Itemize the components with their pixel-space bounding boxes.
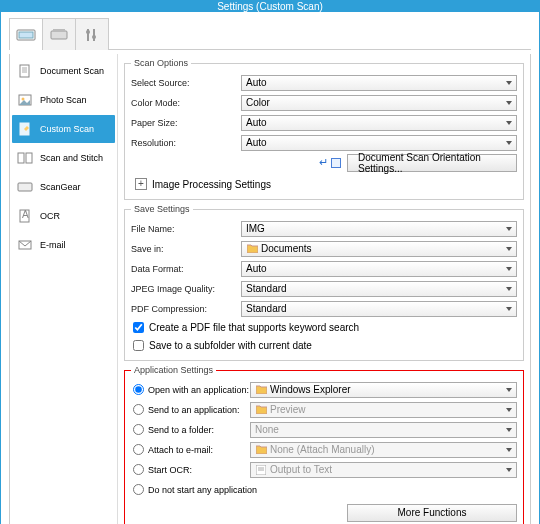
sidebar-item-photo-scan[interactable]: Photo Scan <box>12 86 115 114</box>
settings-panel: Scan Options Select Source:Auto Color Mo… <box>118 54 530 524</box>
dropdown-paper-size[interactable]: Auto <box>241 115 517 131</box>
expander-label: Image Processing Settings <box>152 179 271 190</box>
stitch-icon <box>16 151 34 165</box>
sidebar-item-document-scan[interactable]: Document Scan <box>12 57 115 85</box>
sidebar-item-label: ScanGear <box>40 182 81 192</box>
dropdown-jpeg-quality[interactable]: Standard <box>241 281 517 297</box>
checkbox-label: Save to a subfolder with current date <box>149 340 312 351</box>
scangear-icon <box>16 180 34 194</box>
radio-label: Send to a folder: <box>148 425 250 435</box>
label-pdf-compression: PDF Compression: <box>131 304 241 314</box>
dropdown-start-ocr[interactable]: Output to Text <box>250 462 517 478</box>
sidebar-item-label: Photo Scan <box>40 95 87 105</box>
folder-icon <box>255 444 267 456</box>
sidebar-item-label: Scan and Stitch <box>40 153 103 163</box>
sidebar-item-label: Document Scan <box>40 66 104 76</box>
dropdown-send-application[interactable]: Preview <box>250 402 517 418</box>
tab-flatbed[interactable] <box>42 18 76 50</box>
svg-rect-3 <box>53 29 65 32</box>
svg-rect-1 <box>19 32 33 38</box>
radio-send-application[interactable] <box>133 404 144 415</box>
sidebar-item-scan-stitch[interactable]: Scan and Stitch <box>12 144 115 172</box>
dropdown-send-folder[interactable]: None <box>250 422 517 438</box>
radio-label: Attach to e-mail: <box>148 445 250 455</box>
radio-attach-email[interactable] <box>133 444 144 455</box>
label-jpeg-quality: JPEG Image Quality: <box>131 284 241 294</box>
email-icon <box>16 238 34 252</box>
radio-send-folder[interactable] <box>133 424 144 435</box>
save-settings-group: Save Settings File Name:IMG Save in:Docu… <box>124 204 524 361</box>
group-label: Application Settings <box>131 365 216 375</box>
sidebar-item-scangear[interactable]: ScanGear <box>12 173 115 201</box>
ocr-icon: A <box>16 209 34 223</box>
top-tab-strip <box>9 18 531 50</box>
expander-image-processing[interactable]: + Image Processing Settings <box>135 175 517 193</box>
dropdown-pdf-compression[interactable]: Standard <box>241 301 517 317</box>
label-paper-size: Paper Size: <box>131 118 241 128</box>
tab-scanner[interactable] <box>9 18 43 50</box>
label-save-in: Save in: <box>131 244 241 254</box>
group-label: Scan Options <box>131 58 191 68</box>
svg-text:A: A <box>22 209 29 220</box>
checkbox-label: Create a PDF file that supports keyword … <box>149 322 359 333</box>
svg-rect-17 <box>18 183 32 191</box>
radio-label: Start OCR: <box>148 465 250 475</box>
svg-rect-15 <box>18 153 24 163</box>
content-area: Document Scan Photo Scan Custom Scan Sca… <box>1 12 539 524</box>
tab-tools[interactable] <box>75 18 109 50</box>
dropdown-save-in[interactable]: Documents <box>241 241 517 257</box>
dropdown-attach-email[interactable]: None (Attach Manually) <box>250 442 517 458</box>
svg-point-6 <box>86 30 90 34</box>
radio-label: Send to an application: <box>148 405 250 415</box>
dropdown-open-application[interactable]: Windows Explorer <box>250 382 517 398</box>
svg-rect-16 <box>26 153 32 163</box>
radio-label: Do not start any application <box>148 485 257 495</box>
sidebar-item-label: OCR <box>40 211 60 221</box>
dropdown-data-format[interactable]: Auto <box>241 261 517 277</box>
checkbox-save-subfolder[interactable] <box>133 340 144 351</box>
folder-icon <box>255 404 267 416</box>
label-resolution: Resolution: <box>131 138 241 148</box>
rotate-link[interactable]: ↵ <box>319 156 341 169</box>
photo-icon <box>16 93 34 107</box>
custom-icon <box>16 122 34 136</box>
dropdown-select-source[interactable]: Auto <box>241 75 517 91</box>
svg-rect-8 <box>20 65 29 77</box>
radio-open-application[interactable] <box>133 384 144 395</box>
svg-rect-2 <box>51 31 67 39</box>
sidebar-item-ocr[interactable]: A OCR <box>12 202 115 230</box>
plus-icon: + <box>135 178 147 190</box>
sidebar-item-label: Custom Scan <box>40 124 94 134</box>
application-settings-group: Application Settings Open with an applic… <box>124 365 524 524</box>
svg-point-7 <box>92 35 96 39</box>
text-icon <box>255 464 267 476</box>
sidebar: Document Scan Photo Scan Custom Scan Sca… <box>10 54 118 524</box>
sidebar-item-email[interactable]: E-mail <box>12 231 115 259</box>
group-label: Save Settings <box>131 204 193 214</box>
label-data-format: Data Format: <box>131 264 241 274</box>
label-color-mode: Color Mode: <box>131 98 241 108</box>
radio-start-ocr[interactable] <box>133 464 144 475</box>
main-area: Document Scan Photo Scan Custom Scan Sca… <box>9 54 531 524</box>
sidebar-item-custom-scan[interactable]: Custom Scan <box>12 115 115 143</box>
window-title: Settings (Custom Scan) <box>217 1 323 12</box>
label-file-name: File Name: <box>131 224 241 234</box>
dropdown-color-mode[interactable]: Color <box>241 95 517 111</box>
document-icon <box>16 64 34 78</box>
radio-do-not-start[interactable] <box>133 484 144 495</box>
explorer-icon <box>255 384 267 396</box>
input-file-name[interactable]: IMG <box>241 221 517 237</box>
checkbox-pdf-keyword[interactable] <box>133 322 144 333</box>
rotate-icon <box>331 158 341 168</box>
scan-options-group: Scan Options Select Source:Auto Color Mo… <box>124 58 524 200</box>
dropdown-resolution[interactable]: Auto <box>241 135 517 151</box>
button-more-functions[interactable]: More Functions <box>347 504 517 522</box>
settings-window: Settings (Custom Scan) Document Scan Pho… <box>0 0 540 524</box>
radio-label: Open with an application: <box>148 385 250 395</box>
folder-icon <box>246 243 258 255</box>
title-bar: Settings (Custom Scan) <box>1 1 539 12</box>
label-select-source: Select Source: <box>131 78 241 88</box>
button-orientation-settings[interactable]: Document Scan Orientation Settings... <box>347 154 517 172</box>
sidebar-item-label: E-mail <box>40 240 66 250</box>
